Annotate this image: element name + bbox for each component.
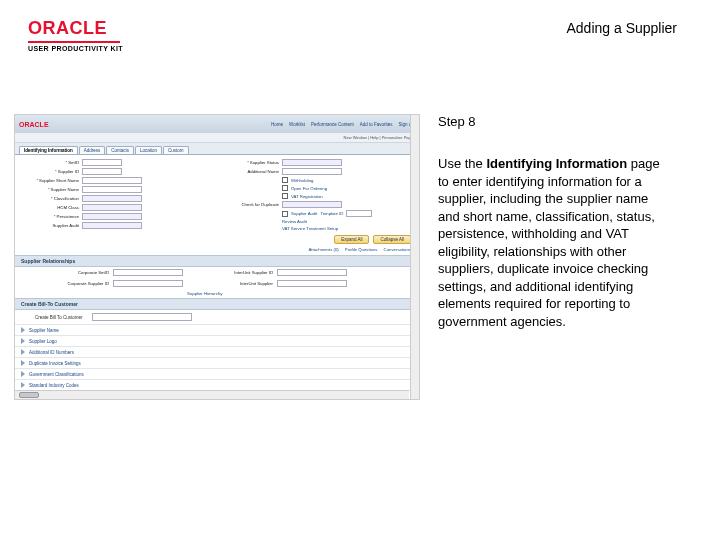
label: Persistence	[21, 214, 79, 219]
app-tabs: Identifying Information Address Contacts…	[15, 143, 419, 155]
tab-custom[interactable]: Custom	[163, 146, 189, 154]
label: Supplier Audit	[21, 223, 79, 228]
interunit-supplier-input[interactable]	[277, 280, 347, 287]
desc-bold: Identifying Information	[486, 156, 627, 171]
dup-check-select[interactable]	[282, 201, 342, 208]
app-logo: ORACLE	[19, 121, 49, 128]
expand-supplier-logo[interactable]: Supplier Logo	[29, 339, 57, 344]
corp-supplier-id-input[interactable]	[113, 280, 183, 287]
supplier-status-select[interactable]	[282, 159, 342, 166]
label: Additional Name	[221, 169, 279, 174]
label: Supplier Status	[221, 160, 279, 165]
expand-icon[interactable]	[21, 371, 25, 377]
section-supplier-relationships: Supplier Relationships	[15, 255, 419, 267]
expand-supplier-name[interactable]: Supplier Name	[29, 328, 59, 333]
hcm-class-select[interactable]	[82, 204, 142, 211]
nav-item[interactable]: Performance Content	[311, 122, 354, 127]
nav-item[interactable]: Add to Favorites	[360, 122, 393, 127]
chk-label: Open For Ordering	[291, 186, 327, 191]
label: InterUnit Supplier	[187, 281, 273, 286]
form-right-col: Supplier Status Additional Name Withhold…	[221, 159, 413, 231]
persistence-select[interactable]	[82, 213, 142, 220]
expand-gov-class[interactable]: Government Classifications	[29, 372, 84, 377]
corp-setid-input[interactable]	[113, 269, 183, 276]
minor-links: Attachments (0) Profile Questions Conver…	[15, 246, 419, 255]
create-billto-row: Create Bill To Customer	[15, 310, 419, 324]
app-nav: Home Worklist Performance Content Add to…	[271, 122, 415, 127]
app-screenshot: ORACLE Home Worklist Performance Content…	[14, 114, 420, 400]
upk-label: USER PRODUCTIVITY KIT	[28, 45, 123, 52]
classification-select[interactable]	[82, 195, 142, 202]
interunit-id-input[interactable]	[277, 269, 347, 276]
expand-icon[interactable]	[21, 338, 25, 344]
profile-questions-link[interactable]: Profile Questions	[345, 247, 378, 252]
tab-location[interactable]: Location	[135, 146, 162, 154]
screenshot-column: ORACLE Home Worklist Performance Content…	[0, 114, 420, 400]
create-billto-label: Create Bill To Customer	[35, 315, 82, 320]
expand-icon[interactable]	[21, 327, 25, 333]
tab-identifying-information[interactable]: Identifying Information	[19, 146, 78, 154]
form-body: SetID Supplier ID Supplier Short Name Su…	[15, 155, 419, 231]
template-id-label: Template ID	[321, 211, 344, 216]
supplier-id-input[interactable]	[82, 168, 122, 175]
attachments-link[interactable]: Attachments (0)	[308, 247, 338, 252]
setid-input[interactable]	[82, 159, 122, 166]
label: Corporate Supplier ID	[23, 281, 109, 286]
tab-contacts[interactable]: Contacts	[106, 146, 134, 154]
logo-underline	[28, 41, 120, 43]
subbar-links[interactable]: New Window | Help | Personalize Page	[344, 135, 413, 140]
expand-icon[interactable]	[21, 382, 25, 388]
scrollbar-thumb[interactable]	[19, 392, 39, 398]
expand-icon[interactable]	[21, 360, 25, 366]
collapse-all-button[interactable]: Collapse All	[373, 235, 411, 244]
open-ordering-checkbox[interactable]	[282, 185, 288, 191]
additional-name-input[interactable]	[282, 168, 342, 175]
label: Check for Duplicate	[221, 202, 279, 207]
conversations-link[interactable]: Conversations	[384, 247, 411, 252]
header: ORACLE USER PRODUCTIVITY KIT Adding a Su…	[0, 0, 720, 58]
label: Supplier ID	[21, 169, 79, 174]
desc-post: page to enter identifying information fo…	[438, 156, 660, 329]
label: Supplier Name	[21, 187, 79, 192]
page-title: Adding a Supplier	[566, 20, 677, 36]
section-create-billto: Create Bill-To Customer	[15, 298, 419, 310]
expand-sic[interactable]: Standard Industry Codes	[29, 383, 79, 388]
create-billto-select[interactable]	[92, 313, 192, 321]
step-label: Step 8	[438, 114, 670, 129]
chk-label: VAT Registration	[291, 194, 323, 199]
short-name-input[interactable]	[82, 177, 142, 184]
expand-icon[interactable]	[21, 349, 25, 355]
oracle-logo: ORACLE	[28, 18, 123, 39]
h-scrollbar[interactable]	[15, 390, 409, 399]
logo-block: ORACLE USER PRODUCTIVITY KIT	[28, 18, 123, 52]
form-left-col: SetID Supplier ID Supplier Short Name Su…	[21, 159, 213, 231]
nav-item[interactable]: Home	[271, 122, 283, 127]
supplier-hierarchy-link[interactable]: Supplier Hierarchy	[187, 291, 273, 296]
tab-address[interactable]: Address	[79, 146, 106, 154]
supplier-audit-checkbox[interactable]	[282, 211, 288, 217]
chk-label: Supplier Audit	[291, 211, 318, 216]
nav-item[interactable]: Worklist	[289, 122, 305, 127]
label: SetID	[21, 160, 79, 165]
vat-reg-checkbox[interactable]	[282, 193, 288, 199]
label: Supplier Short Name	[21, 178, 79, 183]
template-id-input[interactable]	[346, 210, 372, 217]
review-audit-link[interactable]: Review Audit	[282, 219, 307, 224]
withholding-checkbox[interactable]	[282, 177, 288, 183]
label: HCM Class	[21, 205, 79, 210]
content: ORACLE Home Worklist Performance Content…	[0, 114, 720, 400]
text-column: Step 8 Use the Identifying Information p…	[420, 114, 680, 400]
supplier-audit-select[interactable]	[82, 222, 142, 229]
v-scrollbar[interactable]	[410, 115, 419, 399]
expand-additional-id[interactable]: Additional ID Numbers	[29, 350, 74, 355]
desc-pre: Use the	[438, 156, 486, 171]
expand-all-button[interactable]: Expand All	[334, 235, 369, 244]
label: Classification	[21, 196, 79, 201]
expand-dup-invoice[interactable]: Duplicate Invoice Settings	[29, 361, 81, 366]
vat-treatment-link[interactable]: VAT Service Treatment Setup	[282, 226, 338, 231]
label: InterUnit Supplier ID	[187, 270, 273, 275]
step-description: Use the Identifying Information page to …	[438, 155, 670, 330]
app-top-bar: ORACLE Home Worklist Performance Content…	[15, 115, 419, 133]
app-subbar: New Window | Help | Personalize Page	[15, 133, 419, 143]
supplier-name-input[interactable]	[82, 186, 142, 193]
